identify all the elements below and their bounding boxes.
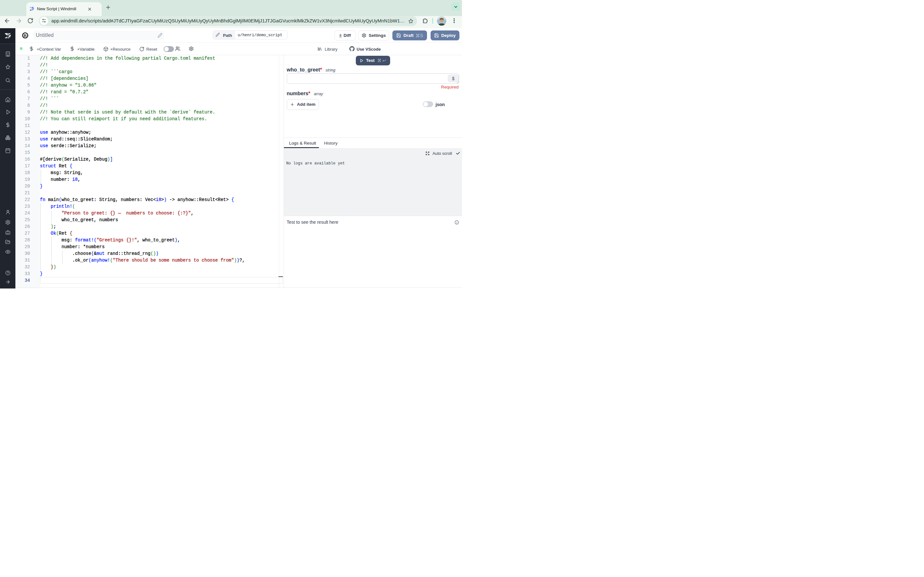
svg-text:R: R: [24, 33, 27, 38]
